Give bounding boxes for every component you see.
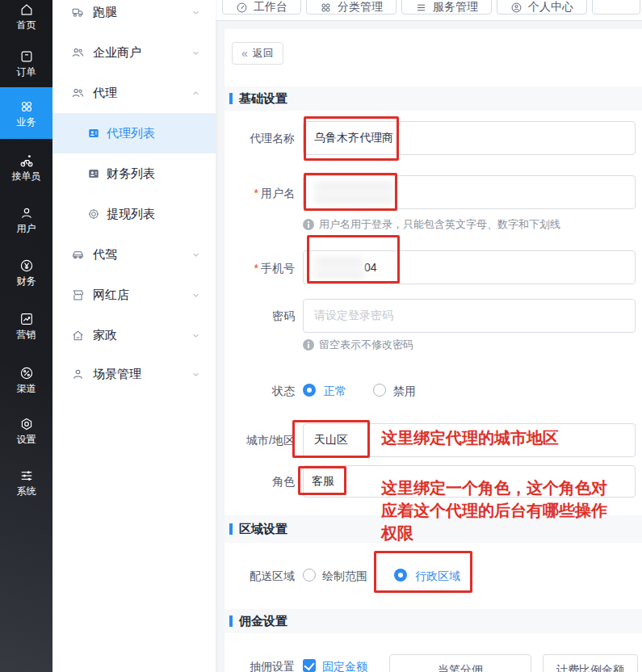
tab-label: 分类管理 — [338, 0, 383, 15]
top-tab-bar: 工作台 分类管理 服务管理 个人中心 — [216, 0, 642, 21]
status-radio-disabled[interactable] — [373, 384, 386, 397]
info-icon — [303, 339, 314, 351]
gauge-icon — [236, 2, 248, 14]
required-asterisk: * — [254, 187, 258, 200]
delivery-area-radio-admin-label[interactable]: 行政区域 — [415, 569, 460, 584]
menu-item-label: 跑腿 — [93, 5, 117, 20]
status-label: 状态 — [224, 384, 295, 399]
menu-item-label: 网红店 — [93, 288, 129, 303]
card-person-icon — [87, 127, 100, 140]
username-label: *用户名 — [224, 187, 295, 201]
annotation-role-note: 这里绑定一个角色，这个角色对 应着这个代理的后台有哪些操作 权限 — [381, 477, 607, 544]
tab-partial[interactable] — [592, 0, 640, 15]
commission-mode-label: 抽佣设置 — [224, 660, 295, 672]
car-icon — [71, 248, 85, 262]
sidebar-item-orders[interactable]: 订单 — [0, 37, 52, 89]
password-label: 密码 — [224, 309, 295, 324]
menu-item-label: 代理 — [93, 86, 117, 101]
menu-item-enterprise-merchants[interactable]: 企业商户 — [52, 32, 216, 73]
password-hint: 留空表示不修改密码 — [303, 338, 413, 352]
commission-fixed-label[interactable]: 固定金额 — [322, 660, 367, 672]
sidebar-item-marketing[interactable]: 营销 — [0, 300, 52, 351]
secondary-sidebar: 跑腿 企业商户 代理 代理列表 财务列表 提现列表 代驾 网红店 家政 — [52, 0, 216, 672]
sidebar-item-settings[interactable]: 设置 — [0, 405, 52, 456]
sidebar-item-business[interactable]: 业务 — [0, 87, 52, 139]
sidebar-item-system[interactable]: 系统 — [0, 456, 52, 508]
sidebar-item-finance[interactable]: 财务 — [0, 246, 52, 298]
back-button[interactable]: « 返回 — [232, 42, 283, 65]
sidebar-item-label: 用户 — [17, 224, 36, 234]
city-label: 城市/地区 — [224, 434, 295, 448]
username-input[interactable] — [303, 175, 636, 209]
sidebar-item-couriers[interactable]: 接单员 — [0, 141, 52, 193]
delivery-area-radio-draw-label[interactable]: 绘制范围 — [322, 569, 367, 584]
double-chevron-left-icon: « — [241, 47, 248, 60]
menu-item-agents[interactable]: 代理 — [52, 73, 216, 113]
phone-label: *手机号 — [224, 262, 295, 276]
menu-item-errand[interactable]: 跑腿 — [52, 0, 216, 32]
status-radio-normal-label[interactable]: 正常 — [324, 384, 346, 399]
commission-per-order-option[interactable]: 当笔分佣 — [389, 654, 531, 672]
annotation-city-note: 这里绑定代理的城市地区 — [381, 426, 559, 449]
sidebar-item-label: 业务 — [17, 117, 36, 128]
system-icon — [19, 468, 34, 483]
required-asterisk: * — [254, 262, 258, 275]
chevron-up-icon — [191, 88, 201, 99]
tab-service-management[interactable]: 服务管理 — [401, 0, 492, 15]
menu-item-designated-driving[interactable]: 代驾 — [52, 234, 216, 275]
phone-input[interactable]: 04 — [303, 250, 636, 284]
menu-item-finance-list[interactable]: 财务列表 — [52, 153, 216, 194]
tab-personal-center[interactable]: 个人中心 — [497, 0, 587, 15]
sidebar-item-label: 首页 — [17, 20, 36, 31]
delivery-area-radio-admin[interactable] — [394, 569, 407, 582]
gear-icon — [87, 208, 100, 220]
tab-category-management[interactable]: 分类管理 — [306, 0, 397, 15]
chevron-down-icon — [191, 250, 201, 260]
tab-label: 服务管理 — [433, 0, 478, 15]
content-card: « 返回 基础设置 代理名称 乌鲁木齐代理商 *用户名 用户名用于登录，只能包含… — [224, 29, 642, 672]
chevron-down-icon — [191, 290, 201, 300]
sidebar-item-label: 营销 — [17, 330, 36, 340]
people-icon — [71, 46, 85, 60]
agent-name-label: 代理名称 — [224, 132, 295, 146]
sidebar-item-channels[interactable]: 渠道 — [0, 354, 52, 405]
password-input[interactable]: 请设定登录密码 — [303, 299, 636, 333]
order-icon — [19, 49, 34, 64]
password-placeholder: 请设定登录密码 — [314, 309, 393, 323]
commission-billing-ratio-option[interactable]: 计费比例金额 — [543, 654, 638, 672]
person-icon — [71, 368, 85, 381]
delivery-area-radio-draw[interactable] — [303, 569, 316, 582]
section-header-basic: 基础设置 — [224, 86, 642, 111]
menu-item-label: 代驾 — [93, 247, 117, 262]
menu-item-housekeeping[interactable]: 家政 — [52, 315, 216, 355]
info-icon — [303, 219, 314, 230]
tab-label: 工作台 — [254, 0, 287, 15]
sidebar-item-home[interactable]: 首页 — [0, 0, 52, 42]
house-icon — [71, 329, 85, 342]
status-radio-disabled-label[interactable]: 禁用 — [393, 384, 416, 399]
marketing-icon — [19, 312, 34, 326]
chevron-down-icon — [191, 330, 201, 341]
tab-workbench[interactable]: 工作台 — [222, 0, 301, 15]
redacted-phone-value — [314, 258, 364, 278]
menu-item-agent-list[interactable]: 代理列表 — [52, 113, 216, 153]
store-icon — [71, 288, 85, 302]
agent-name-input[interactable]: 乌鲁木齐代理商 — [303, 121, 636, 155]
section-header-commission: 佣金设置 — [224, 609, 642, 633]
sidebar-item-users[interactable]: 用户 — [0, 194, 52, 246]
status-radio-normal[interactable] — [303, 384, 316, 397]
section-accent-bar — [229, 523, 233, 535]
menu-item-influencer-store[interactable]: 网红店 — [52, 275, 216, 315]
back-button-label: 返回 — [253, 46, 274, 61]
menu-item-scene-management[interactable]: 场景管理 — [52, 354, 216, 394]
menu-item-label: 企业商户 — [93, 45, 141, 61]
sidebar-item-label: 财务 — [17, 276, 36, 287]
commission-fixed-checkbox[interactable] — [303, 659, 316, 672]
redacted-username-value — [314, 183, 395, 203]
apps-icon — [19, 99, 34, 114]
sidebar-item-label: 系统 — [17, 486, 36, 497]
username-hint: 用户名用于登录，只能包含英文字母、数字和下划线 — [303, 217, 560, 232]
menu-item-withdrawal-list[interactable]: 提现列表 — [52, 194, 216, 234]
section-accent-bar — [229, 615, 233, 627]
apps-icon — [320, 2, 332, 14]
